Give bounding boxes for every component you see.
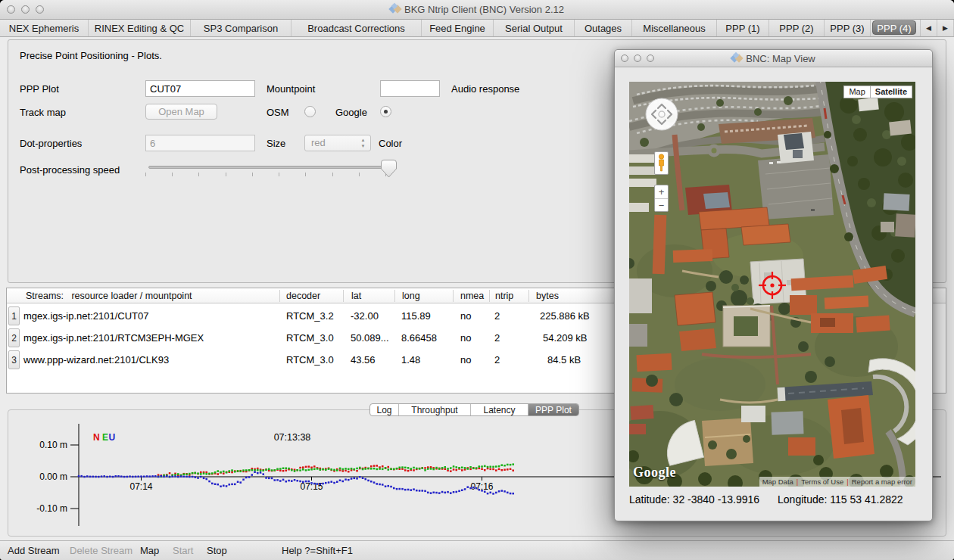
tab-ppp-plot[interactable]: PPP Plot	[528, 404, 578, 415]
add-stream-button[interactable]: Add Stream	[8, 545, 60, 556]
window-title: BKG Ntrip Client (BNC) Version 2.12	[0, 4, 954, 15]
statusbar: Add Stream Delete Stream Map Start Stop …	[0, 540, 954, 560]
size-label: Size	[267, 138, 285, 149]
svg-text:-0.10 m: -0.10 m	[36, 503, 67, 514]
tab-ppp-4[interactable]: PPP (4)	[871, 20, 918, 36]
speed-slider-ticks	[145, 173, 386, 176]
tab-throughput[interactable]: Throughput	[399, 404, 471, 415]
map-type-toggle: Map Satellite	[843, 86, 912, 98]
google-logo[interactable]: Google	[633, 465, 676, 481]
col-long[interactable]: long	[402, 291, 420, 301]
map-zoom-buttons: + −	[654, 185, 669, 212]
tab-rinex-editing[interactable]: RINEX Editing & QC	[89, 20, 191, 36]
osm-label: OSM	[267, 107, 289, 118]
google-radio[interactable]	[380, 106, 391, 117]
osm-radio[interactable]	[304, 106, 316, 117]
track-map-label: Track map	[20, 107, 66, 118]
speed-slider-track[interactable]	[148, 166, 394, 169]
tab-ppp-1[interactable]: PPP (1)	[717, 20, 769, 36]
col-nmea[interactable]: nmea	[460, 291, 484, 301]
tab-sp3-comparison[interactable]: SP3 Comparison	[191, 20, 292, 36]
map-type-satellite[interactable]: Satellite	[871, 86, 912, 98]
main-titlebar[interactable]: BKG Ntrip Client (BNC) Version 2.12	[0, 0, 954, 20]
tab-outages[interactable]: Outages	[575, 20, 632, 36]
map-button[interactable]: Map	[140, 545, 159, 556]
col-streams[interactable]: Streams: resource loader / mountpoint	[26, 291, 192, 301]
start-button[interactable]: Start	[173, 545, 193, 556]
tab-latency[interactable]: Latency	[471, 404, 528, 415]
zoom-out-button[interactable]: −	[655, 199, 668, 211]
col-ntrip[interactable]: ntrip	[495, 291, 513, 301]
audio-response-label: Audio response	[451, 83, 519, 95]
desktop: BKG Ntrip Client (BNC) Version 2.12 NEX …	[0, 0, 954, 560]
dot-size-input[interactable]	[145, 135, 255, 151]
tab-miscellaneous[interactable]: Miscellaneous	[632, 20, 717, 36]
tab-broadcast-corrections[interactable]: Broadcast Corrections	[292, 20, 422, 36]
svg-text:07:13:38: 07:13:38	[274, 432, 311, 443]
bnc-app-icon	[390, 4, 401, 14]
ppp-plot-input[interactable]	[145, 80, 255, 97]
svg-text:0.00 m: 0.00 m	[39, 471, 67, 482]
map-titlebar[interactable]: BNC: Map View	[615, 50, 932, 67]
longitude-value: Longitude: 115 53 41.2822	[778, 493, 903, 506]
latlong-readout: Latitude: 32 -3840 -13.9916Longitude: 11…	[629, 493, 903, 506]
tab-scroller: ◀ ▶	[920, 20, 954, 36]
color-label: Color	[379, 138, 402, 149]
svg-text:N: N	[93, 432, 100, 443]
col-decoder[interactable]: decoder	[286, 291, 320, 301]
tab-scroll-left-icon[interactable]: ◀	[921, 20, 937, 36]
mountpoint-label: Mountpoint	[267, 83, 315, 95]
map-data-link[interactable]: Map Data	[762, 478, 793, 486]
dot-properties-label: Dot-properties	[20, 138, 82, 149]
main-tabbar: NEX Ephemeris RINEX Editing & QC SP3 Com…	[0, 20, 954, 37]
latitude-value: Latitude: 32 -3840 -13.9916	[629, 493, 759, 506]
tab-serial-output[interactable]: Serial Output	[494, 20, 575, 36]
tab-log[interactable]: Log	[370, 404, 399, 415]
terms-link[interactable]: Terms of Use	[801, 478, 843, 486]
svg-text:0.10 m: 0.10 m	[39, 440, 67, 450]
color-select[interactable]: red ▲▼	[304, 135, 371, 151]
tab-feed-engine[interactable]: Feed Engine	[422, 20, 494, 36]
bnc-map-view-window: BNC: Map View	[614, 49, 933, 521]
bottom-tab-control: Log Throughput Latency PPP Plot	[369, 403, 579, 416]
mountpoint-input[interactable]	[380, 80, 440, 97]
open-map-button[interactable]: Open Map	[145, 104, 217, 120]
post-processing-speed-label: Post-processing speed	[20, 164, 120, 176]
col-bytes[interactable]: bytes	[536, 291, 559, 301]
pegman-control[interactable]	[654, 151, 669, 175]
stop-button[interactable]: Stop	[207, 545, 227, 556]
svg-text:E: E	[102, 432, 108, 443]
map-type-map[interactable]: Map	[843, 86, 870, 98]
map-pan-control[interactable]	[644, 97, 679, 132]
bnc-app-icon	[731, 53, 742, 64]
svg-text:07:14: 07:14	[129, 481, 152, 492]
tab-rinex-ephemeris[interactable]: NEX Ephemeris	[0, 20, 89, 36]
svg-text:U: U	[109, 432, 116, 443]
delete-stream-button[interactable]: Delete Stream	[70, 545, 132, 556]
col-lat[interactable]: lat	[351, 291, 361, 301]
zoom-in-button[interactable]: +	[655, 185, 668, 199]
google-label: Google	[335, 107, 367, 118]
help-shortcut: Help ?=Shift+F1	[282, 545, 353, 556]
satellite-map[interactable]: + − Map Satellite Google Map Data|Te	[629, 82, 915, 487]
position-marker-icon	[756, 269, 788, 301]
ppp-plot-label: PPP Plot	[20, 83, 59, 95]
map-window-title: BNC: Map View	[615, 53, 932, 64]
tab-ppp-3[interactable]: PPP (3)	[825, 20, 871, 36]
select-arrows-icon: ▲▼	[358, 137, 368, 149]
speed-slider-handle[interactable]	[381, 159, 399, 179]
pane-heading: Precise Point Positioning - Plots.	[20, 50, 162, 61]
tab-scroll-right-icon[interactable]: ▶	[937, 20, 954, 36]
report-error-link[interactable]: Report a map error	[852, 478, 912, 486]
tab-ppp-2[interactable]: PPP (2)	[769, 20, 825, 36]
map-attribution: Map Data|Terms of Use|Report a map error	[759, 477, 915, 487]
